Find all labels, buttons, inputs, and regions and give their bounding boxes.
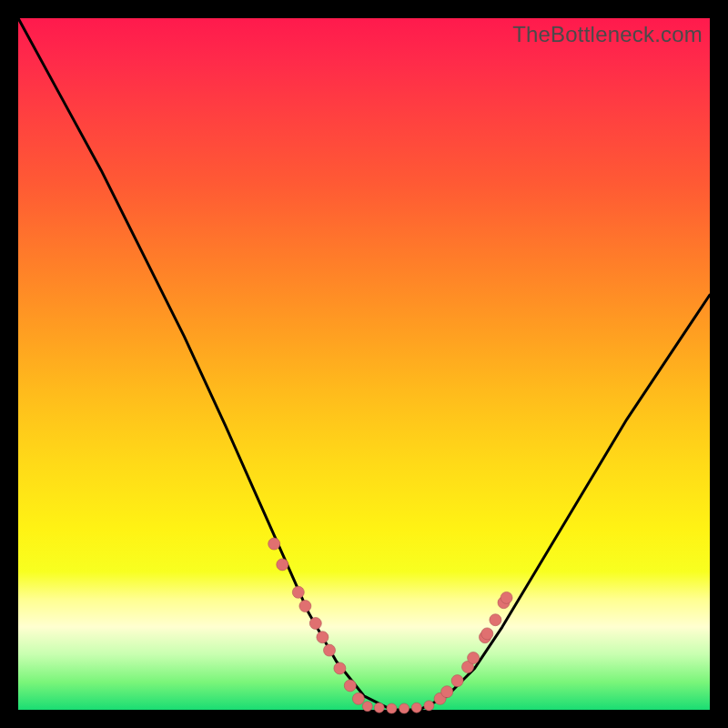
curve-marker xyxy=(399,703,410,713)
curve-marker xyxy=(387,703,397,713)
curve-marker xyxy=(500,592,512,603)
curve-marker xyxy=(352,693,364,704)
curve-marker xyxy=(277,559,288,571)
curve-marker xyxy=(299,601,311,612)
curve-marker xyxy=(411,703,421,713)
curve-marker xyxy=(374,703,384,713)
curve-marker xyxy=(490,614,501,626)
curve-marker xyxy=(468,652,480,664)
curve-marker xyxy=(441,686,453,698)
curve-marker xyxy=(424,701,434,711)
curve-markers xyxy=(268,538,512,713)
curve-path xyxy=(18,18,710,710)
curve-marker xyxy=(292,586,304,598)
curve-marker xyxy=(324,644,336,656)
curve-marker xyxy=(451,675,463,687)
curve-marker xyxy=(334,662,346,674)
curve-marker xyxy=(309,618,321,630)
curve-marker xyxy=(362,702,372,712)
curve-marker xyxy=(344,680,356,692)
watermark-text: TheBottleneck.com xyxy=(512,22,703,47)
bottleneck-curve xyxy=(18,18,710,710)
curve-marker xyxy=(317,632,329,643)
chart-frame: TheBottleneck.com xyxy=(18,18,710,710)
curve-marker xyxy=(481,628,493,640)
curve-marker xyxy=(268,538,280,550)
chart-svg xyxy=(18,18,710,710)
